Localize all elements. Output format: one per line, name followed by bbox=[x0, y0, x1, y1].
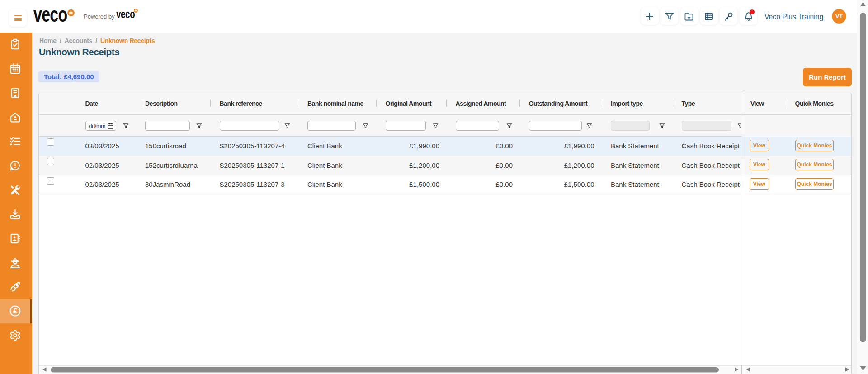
svg-text:Powered by: Powered by bbox=[84, 13, 115, 20]
svg-text:veco: veco bbox=[116, 7, 135, 21]
svg-text:veco: veco bbox=[33, 2, 67, 26]
